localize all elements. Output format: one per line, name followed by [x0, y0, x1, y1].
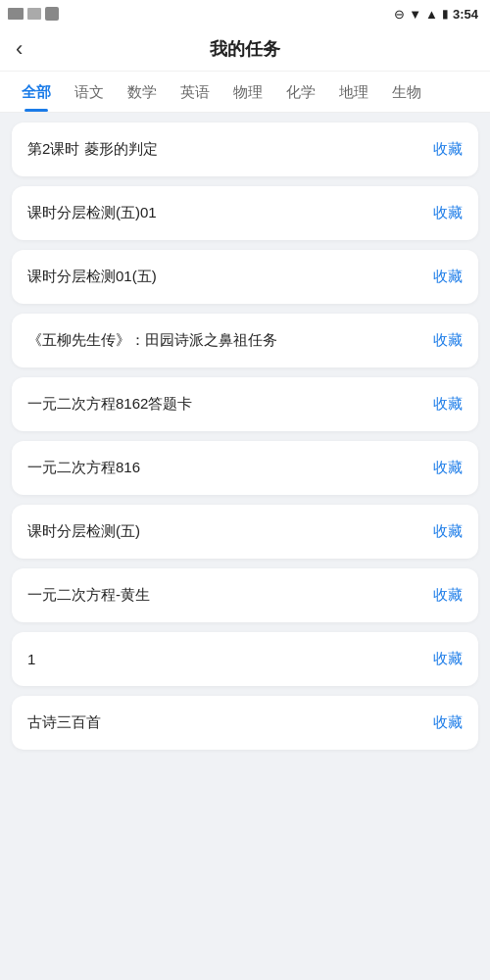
mute-icon: ⊖	[394, 7, 405, 22]
collect-button[interactable]: 收藏	[433, 331, 463, 350]
wifi-icon: ▲	[425, 7, 438, 22]
back-button[interactable]: ‹	[16, 38, 23, 60]
collect-button[interactable]: 收藏	[433, 586, 463, 605]
battery-icon: ▮	[442, 7, 449, 21]
task-card: 一元二次方程-黄生收藏	[12, 568, 478, 622]
signal-icon: ▼	[409, 7, 421, 22]
tab-生物[interactable]: 生物	[380, 72, 433, 112]
task-card: 课时分层检测(五)01收藏	[12, 186, 478, 240]
tab-全部[interactable]: 全部	[10, 72, 63, 112]
time-display: 3:54	[453, 7, 478, 22]
task-name: 《五柳先生传》：田园诗派之鼻祖任务	[27, 331, 421, 350]
tab-化学[interactable]: 化学	[274, 72, 327, 112]
task-name: 第2课时 菱形的判定	[27, 140, 421, 159]
tab-语文[interactable]: 语文	[63, 72, 116, 112]
task-card: 《五柳先生传》：田园诗派之鼻祖任务收藏	[12, 314, 478, 368]
task-name: 课时分层检测(五)01	[27, 204, 421, 222]
collect-button[interactable]: 收藏	[433, 204, 463, 222]
collect-button[interactable]: 收藏	[433, 140, 463, 159]
task-card: 一元二次方程8162答题卡收藏	[12, 377, 478, 431]
task-name: 一元二次方程-黄生	[27, 586, 421, 605]
header: ‹ 我的任务	[0, 27, 490, 72]
collect-button[interactable]: 收藏	[433, 713, 463, 732]
page-title: 我的任务	[210, 37, 280, 61]
tab-数学[interactable]: 数学	[116, 72, 169, 112]
task-name: 一元二次方程816	[27, 459, 421, 477]
status-left	[8, 7, 59, 21]
task-name: 古诗三百首	[27, 713, 421, 732]
status-bar: ⊖ ▼ ▲ ▮ 3:54	[0, 0, 490, 27]
task-card: 1收藏	[12, 632, 478, 686]
status-right: ⊖ ▼ ▲ ▮ 3:54	[394, 7, 478, 22]
collect-button[interactable]: 收藏	[433, 650, 463, 668]
tab-地理[interactable]: 地理	[327, 72, 380, 112]
tab-英语[interactable]: 英语	[169, 72, 221, 112]
task-card: 一元二次方程816收藏	[12, 441, 478, 495]
collect-button[interactable]: 收藏	[433, 395, 463, 414]
task-card: 第2课时 菱形的判定收藏	[12, 122, 478, 176]
task-name: 1	[27, 651, 421, 667]
task-list: 第2课时 菱形的判定收藏课时分层检测(五)01收藏课时分层检测01(五)收藏《五…	[0, 113, 490, 760]
task-card: 课时分层检测(五)收藏	[12, 505, 478, 559]
task-name: 课时分层检测(五)	[27, 522, 421, 541]
tabs-container: 全部语文数学英语物理化学地理生物	[0, 72, 490, 113]
task-name: 一元二次方程8162答题卡	[27, 395, 421, 414]
app-icons	[8, 7, 59, 21]
collect-button[interactable]: 收藏	[433, 459, 463, 477]
task-card: 课时分层检测01(五)收藏	[12, 250, 478, 304]
collect-button[interactable]: 收藏	[433, 522, 463, 541]
task-card: 古诗三百首收藏	[12, 696, 478, 750]
collect-button[interactable]: 收藏	[433, 268, 463, 286]
tab-物理[interactable]: 物理	[221, 72, 274, 112]
task-name: 课时分层检测01(五)	[27, 268, 421, 286]
